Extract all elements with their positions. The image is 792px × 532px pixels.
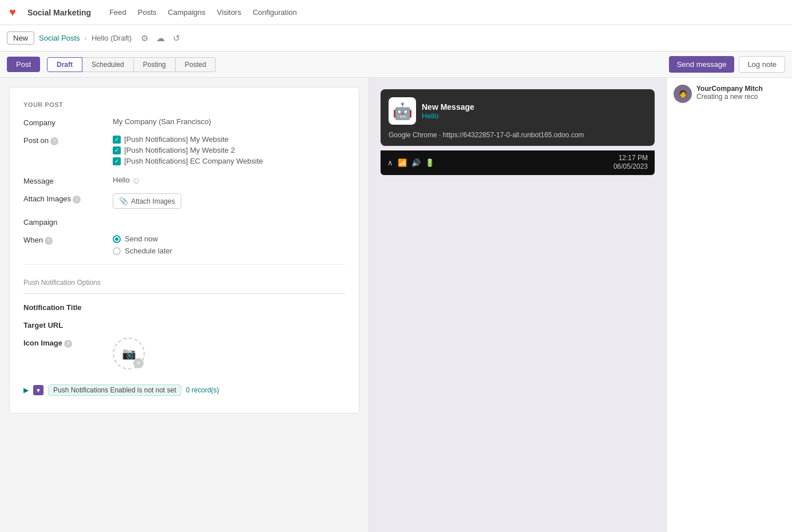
when-radio-group: Send now Schedule later [113, 235, 172, 255]
when-send-now-label: Send now [125, 235, 158, 243]
nav-visitors[interactable]: Visitors [217, 8, 241, 17]
post-on-values: ✓ [Push Notifications] My Website ✓ [Pus… [113, 135, 263, 168]
notification-app-icon: 🤖 [389, 97, 416, 125]
taskbar-battery-icon: 🔋 [425, 158, 434, 167]
radio-schedule-later-dot [113, 247, 121, 255]
nav-campaigns[interactable]: Campaigns [168, 8, 205, 17]
chatter-name: YourCompany Mitch [696, 85, 763, 93]
taskbar-wifi-icon: 📶 [398, 158, 407, 167]
chatter-item: 🧑 YourCompany Mitch Creating a new reco [674, 85, 785, 103]
notification-card: 🤖 New Message Hello Google Chrome · http… [381, 89, 655, 146]
filter-icon-wrap: ▼ [33, 385, 43, 395]
taskbar: ∧ 📶 🔊 🔋 12:17 PM 06/05/2023 [381, 150, 655, 175]
chatter-avatar: 🧑 [674, 85, 692, 103]
attach-images-row: Attach Images? 📎 Attach Images [23, 193, 345, 209]
status-scheduled[interactable]: Scheduled [82, 57, 134, 72]
new-button[interactable]: New [7, 31, 34, 45]
checkbox-checked-icon-2: ✓ [113, 146, 121, 154]
filter-text: Push Notifications Enabled is not not se… [53, 386, 176, 394]
breadcrumb-actions: ⚙ ☁ ↺ [138, 32, 183, 45]
filter-bar: ▶ ▼ Push Notifications Enabled is not no… [23, 381, 345, 399]
notification-header: 🤖 New Message Hello [389, 97, 647, 125]
when-send-now[interactable]: Send now [113, 235, 172, 243]
notification-title-label: Notification Title [23, 302, 104, 312]
records-count: 0 record(s) [186, 386, 219, 394]
taskbar-up-icon: ∧ [387, 158, 393, 167]
message-area: Hello ☺ [113, 176, 130, 184]
discard-icon[interactable]: ↺ [171, 32, 183, 45]
add-icon-image-button[interactable]: 📷 + [113, 338, 145, 370]
post-on-help[interactable]: ? [50, 137, 58, 145]
settings-icon[interactable]: ⚙ [138, 32, 151, 45]
post-button[interactable]: Post [7, 57, 40, 72]
notification-title-row: Notification Title [23, 302, 345, 312]
company-value: My Company (San Francisco) [113, 117, 211, 126]
notification-subtitle: Hello [422, 112, 474, 120]
triangle-right-icon: ▶ [23, 386, 29, 394]
when-schedule-later[interactable]: Schedule later [113, 247, 172, 255]
post-on-label-3: [Push Notifications] EC Company Website [124, 157, 263, 165]
post-on-item-2: ✓ [Push Notifications] My Website 2 [113, 146, 263, 154]
icon-help[interactable]: ? [64, 340, 72, 348]
camera-icon: 📷 [122, 347, 136, 360]
nav-feed[interactable]: Feed [109, 8, 126, 17]
chatter-text: Creating a new reco [696, 93, 763, 101]
checkbox-checked-icon: ✓ [113, 136, 121, 144]
when-label: When? [23, 235, 104, 245]
attach-help[interactable]: ? [73, 196, 81, 204]
target-url-label: Target URL [23, 320, 104, 329]
company-label: Company [23, 117, 104, 127]
chatter-area: 🧑 YourCompany Mitch Creating a new reco [666, 78, 792, 532]
status-posted[interactable]: Posted [176, 57, 216, 72]
plus-icon: + [133, 358, 144, 368]
push-notification-options: Push Notification Options Notification T… [23, 279, 345, 399]
top-nav: ♥ Social Marketing Feed Posts Campaigns … [0, 0, 792, 25]
attach-clip-icon: 📎 [119, 197, 128, 205]
send-message-button[interactable]: Send message [669, 56, 735, 73]
filter-badge-icon: ▼ [33, 385, 43, 395]
app-title: Social Marketing [27, 8, 91, 17]
notification-body: Google Chrome · https://64322857-17-0-al… [389, 130, 647, 140]
robot-icon: 🤖 [393, 102, 413, 121]
breadcrumb-parent[interactable]: Social Posts [39, 34, 80, 42]
post-on-row: Post on? ✓ [Push Notifications] My Websi… [23, 135, 345, 168]
when-help[interactable]: ? [45, 237, 53, 245]
status-posting[interactable]: Posting [134, 57, 176, 72]
message-label: Message [23, 176, 104, 185]
message-row: Message Hello ☺ [23, 176, 345, 185]
form-area: YOUR POST Company My Company (San Franci… [0, 78, 369, 532]
radio-send-now-dot [113, 235, 121, 243]
icon-image-label: Icon Image? [23, 338, 104, 348]
checkbox-checked-icon-3: ✓ [113, 157, 121, 165]
taskbar-sound-icon: 🔊 [411, 158, 421, 167]
nav-configuration[interactable]: Configuration [252, 8, 296, 17]
breadcrumb-separator: › [85, 34, 87, 42]
filter-toggle-button[interactable]: ▶ [23, 386, 29, 394]
save-cloud-icon[interactable]: ☁ [154, 32, 167, 45]
preview-area: 🤖 New Message Hello Google Chrome · http… [369, 78, 666, 532]
app-logo: ♥ [9, 6, 16, 19]
status-draft[interactable]: Draft [47, 57, 82, 72]
log-note-button[interactable]: Log note [739, 56, 785, 73]
filter-badge[interactable]: Push Notifications Enabled is not not se… [48, 384, 181, 396]
campaign-label: Campaign [23, 217, 104, 227]
emoji-icon[interactable]: ☺ [132, 176, 141, 186]
action-bar: Post Draft Scheduled Posting Posted Send… [0, 51, 792, 78]
breadcrumb-current: Hello (Draft) [92, 34, 132, 42]
message-value: Hello [113, 176, 130, 184]
avatar-emoji: 🧑 [679, 90, 687, 98]
attach-images-button[interactable]: 📎 Attach Images [113, 193, 181, 209]
taskbar-time: 12:17 PM [613, 154, 648, 163]
campaign-row: Campaign [23, 217, 345, 227]
attach-images-btn-label: Attach Images [131, 197, 175, 205]
target-url-row: Target URL [23, 320, 345, 329]
post-on-item-3: ✓ [Push Notifications] EC Company Websit… [113, 157, 263, 165]
main-content: YOUR POST Company My Company (San Franci… [0, 78, 792, 532]
post-on-item-1: ✓ [Push Notifications] My Website [113, 135, 263, 144]
company-row: Company My Company (San Francisco) [23, 117, 345, 127]
action-bar-right: Send message Log note [669, 56, 785, 73]
post-on-label: Post on? [23, 135, 104, 145]
when-schedule-later-label: Schedule later [125, 247, 172, 255]
taskbar-date: 06/05/2023 [613, 162, 648, 172]
nav-posts[interactable]: Posts [138, 8, 157, 17]
